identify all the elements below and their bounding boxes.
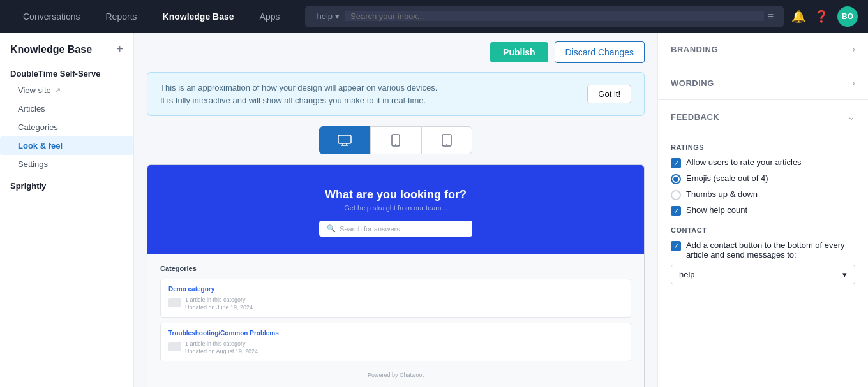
contact-label: CONTACT (671, 226, 855, 234)
wording-header[interactable]: WORDING › (658, 66, 868, 99)
emojis-radio[interactable] (671, 174, 681, 184)
help-icon[interactable]: ❓ (814, 10, 828, 24)
contact-button-option: Add a contact button to the bottom of ev… (671, 240, 855, 259)
got-it-button[interactable]: Got it! (587, 85, 631, 103)
preview-category-name-2: Troubleshooting/Common Problems (168, 330, 623, 337)
help-count-checkbox[interactable] (671, 206, 681, 216)
banner-text: This is an approximation of how your des… (160, 82, 437, 106)
thumbs-radio[interactable] (671, 190, 681, 200)
dropdown-arrow-icon: ▾ (335, 11, 340, 21)
emojis-option: Emojis (scale out of 4) (671, 173, 855, 184)
preview-category-card-2[interactable]: Troubleshooting/Common Problems 1 articl… (160, 323, 631, 361)
svg-rect-0 (338, 135, 351, 143)
publish-button[interactable]: Publish (490, 42, 548, 62)
device-tab-tablet[interactable] (421, 126, 472, 154)
preview-category-meta-2a: 1 article in this category (185, 340, 258, 347)
preview-category-meta-1b: Updated on June 19, 2024 (185, 304, 253, 310)
device-tabs (147, 126, 645, 154)
emojis-label: Emojis (scale out of 4) (686, 173, 768, 183)
preview-frame: What are you looking for? Get help strai… (147, 164, 645, 387)
nav-conversations[interactable]: Conversations (10, 0, 93, 33)
sidebar-section-sprightly: Sprightly (0, 173, 133, 193)
sidebar-item-settings[interactable]: Settings (0, 155, 133, 173)
contact-checkbox[interactable] (671, 241, 681, 251)
sidebar-section-doubletime: DoubleTime Self-Serve (0, 64, 133, 81)
preview-category-meta-2b: Updated on August 19, 2024 (185, 348, 258, 354)
add-kb-button[interactable]: + (116, 43, 123, 56)
branding-title: BRANDING (671, 45, 718, 54)
search-bar: help ▾ ≡ (305, 6, 784, 27)
wording-chevron-icon: › (852, 78, 855, 88)
external-link-icon: ↗ (55, 86, 61, 94)
preview-hero: What are you looking for? Get help strai… (147, 165, 644, 254)
device-tab-mobile[interactable] (370, 126, 421, 154)
thumbs-option: Thumbs up & down (671, 189, 855, 200)
feedback-chevron-icon: ⌄ (848, 112, 855, 122)
preview-search-bar[interactable]: 🔍 Search for answers... (319, 221, 472, 237)
main-layout: Knowledge Base + DoubleTime Self-Serve V… (0, 33, 868, 387)
main-toolbar: Publish Discard Changes (134, 33, 657, 72)
feedback-section: FEEDBACK ⌄ RATINGS Allow users to rate y… (658, 100, 868, 295)
preview-category-meta-1a: 1 article in this category (185, 296, 253, 303)
device-tab-desktop[interactable] (319, 126, 370, 154)
contact-inbox-dropdown[interactable]: help ▾ (671, 265, 855, 284)
top-nav: Conversations Reports Knowledge Base App… (0, 0, 868, 33)
branding-header[interactable]: BRANDING › (658, 33, 868, 66)
preview-hero-title: What are you looking for? (173, 188, 618, 201)
sidebar-item-look-feel[interactable]: Look & feel (0, 136, 133, 155)
branding-chevron-icon: › (852, 44, 855, 54)
preview-search-placeholder: Search for answers... (340, 225, 406, 233)
avatar[interactable]: BO (837, 6, 858, 27)
allow-rate-option: Allow users to rate your articles (671, 157, 855, 168)
nav-icons: 🔔 ❓ BO (791, 6, 858, 27)
branding-section: BRANDING › (658, 33, 868, 66)
wording-title: WORDING (671, 78, 714, 88)
svg-point-5 (395, 144, 396, 145)
notification-icon[interactable]: 🔔 (791, 10, 805, 24)
contact-dropdown-arrow-icon: ▾ (842, 270, 847, 279)
wording-section: WORDING › (658, 66, 868, 100)
ratings-label: RATINGS (671, 143, 855, 151)
preview-category-img-2 (168, 342, 181, 351)
nav-knowledge-base[interactable]: Knowledge Base (150, 0, 247, 33)
sidebar-item-categories[interactable]: Categories (0, 118, 133, 136)
preview-category-img-1 (168, 298, 181, 307)
preview-powered-by: Powered by Chatwoot (160, 367, 631, 381)
discard-button[interactable]: Discard Changes (555, 41, 645, 63)
preview-search-icon: 🔍 (327, 224, 336, 233)
sidebar-item-viewsite[interactable]: View site ↗ (0, 81, 133, 99)
preview-category-name-1: Demo category (168, 286, 623, 293)
preview-category-card-1[interactable]: Demo category 1 article in this category… (160, 279, 631, 318)
sidebar-title: Knowledge Base (10, 44, 92, 55)
svg-point-7 (446, 144, 447, 145)
help-count-option: Show help count (671, 205, 855, 216)
nav-reports[interactable]: Reports (93, 0, 150, 33)
feedback-header[interactable]: FEEDBACK ⌄ (658, 100, 868, 133)
right-panel: BRANDING › WORDING › FEEDBACK ⌄ RATINGS (657, 33, 868, 387)
help-count-label: Show help count (686, 205, 747, 215)
filter-icon[interactable]: ≡ (764, 11, 777, 22)
contact-dropdown-value: help (679, 270, 695, 279)
info-banner: This is an approximation of how your des… (147, 72, 645, 116)
sidebar-header: Knowledge Base + (0, 43, 133, 64)
main-content: Publish Discard Changes This is an appro… (134, 33, 657, 387)
feedback-content: RATINGS Allow users to rate your article… (658, 143, 868, 295)
nav-apps[interactable]: Apps (247, 0, 293, 33)
contact-option-label: Add a contact button to the bottom of ev… (686, 240, 855, 259)
thumbs-label: Thumbs up & down (686, 189, 758, 199)
sidebar-item-articles[interactable]: Articles (0, 99, 133, 118)
preview-hero-subtitle: Get help straight from our team... (173, 204, 618, 212)
preview-categories-title: Categories (160, 265, 631, 272)
search-input[interactable] (345, 11, 764, 21)
feedback-title: FEEDBACK (671, 112, 719, 122)
inbox-label[interactable]: help ▾ (311, 11, 345, 21)
sidebar: Knowledge Base + DoubleTime Self-Serve V… (0, 33, 134, 387)
preview-body: Categories Demo category 1 article in th… (147, 254, 644, 387)
allow-rate-checkbox[interactable] (671, 158, 681, 168)
allow-rate-label: Allow users to rate your articles (686, 157, 802, 167)
